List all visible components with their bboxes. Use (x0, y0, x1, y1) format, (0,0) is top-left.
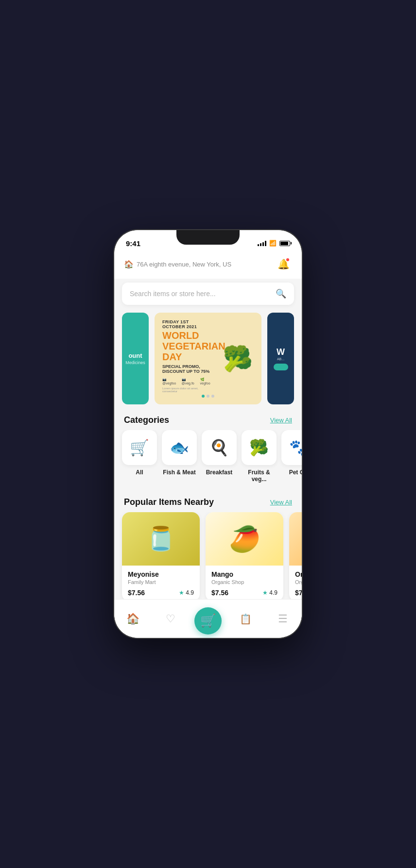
search-placeholder: Search items or store here... (130, 290, 216, 298)
categories-view-all[interactable]: View All (270, 417, 292, 424)
product-rating-mango: ★ 4.9 (262, 589, 277, 596)
category-breakfast-image: 🍳 (202, 430, 237, 465)
social-item-1: 📷 @vegfoo (162, 378, 178, 385)
product-card-mango[interactable]: 🥭 Mango Organic Shop $7.56 ★ 4.9 (206, 512, 283, 599)
banner-left[interactable]: ount Medicines (122, 313, 149, 404)
product-info-orange: Oran... Organi... $7.56 ★ 4.9 (289, 566, 302, 599)
product-rating-mayo: ★ 4.9 (179, 589, 194, 596)
product-store-orange: Organi... (295, 579, 302, 585)
banner-right-btn[interactable] (274, 364, 288, 370)
nav-item-menu[interactable]: ☰ (264, 613, 302, 625)
social-item-2: 📷 @veg.fo (182, 378, 196, 385)
popular-header: Popular Items Nearby View All (114, 490, 302, 512)
product-info-mango: Mango Organic Shop $7.56 ★ 4.9 (206, 566, 283, 599)
signal-icon (258, 240, 266, 246)
category-fish-meat-label: Fish & Meat (163, 469, 195, 476)
category-fish-meat-image: 🐟 (162, 430, 197, 465)
banner-right[interactable]: W AB... (267, 313, 294, 404)
category-pet[interactable]: 🐾 Pet C... (281, 430, 302, 483)
nav-item-wishlist[interactable]: ♡ (152, 613, 189, 625)
banner-main[interactable]: FRIDAY 1ST OCTOBER 2021 WORLDVEGETARIAND… (155, 313, 261, 404)
product-img-mango: 🥭 (206, 512, 283, 566)
nav-item-home[interactable]: 🏠 (114, 613, 152, 625)
product-price-mango: $7.56 (211, 589, 228, 597)
home-location-icon: 🏠 (124, 260, 134, 269)
orders-nav-icon: 📋 (240, 613, 252, 625)
battery-icon (279, 241, 290, 246)
home-nav-icon: 🏠 (126, 613, 139, 625)
banner-veggies-decoration: 🥦 (213, 313, 261, 404)
category-breakfast-label: Breakfast (206, 469, 233, 476)
product-bottom-mayo: $7.56 ★ 4.9 (128, 589, 194, 597)
menu-nav-icon: ☰ (278, 613, 288, 625)
category-fruits-veg[interactable]: 🥦 Fruits & veg... (242, 430, 277, 483)
product-name-orange: Oran... (295, 570, 302, 578)
main-scroll[interactable]: 🏠 76A eighth evenue, New York, US 🔔 Sear… (114, 251, 302, 599)
location-text: 76A eighth evenue, New York, US (137, 261, 231, 268)
star-icon-mango: ★ (262, 589, 268, 596)
rating-value-mayo: 4.9 (186, 589, 194, 596)
rating-value-mango: 4.9 (269, 589, 277, 596)
search-bar[interactable]: Search items or store here... 🔍 (122, 283, 294, 305)
category-all[interactable]: 🛒 All (122, 430, 157, 483)
product-store-mango: Organic Shop (211, 579, 277, 585)
product-name-mango: Mango (211, 570, 277, 578)
category-all-image: 🛒 (122, 430, 157, 465)
category-pet-image: 🐾 (281, 430, 302, 465)
product-img-mayo: 🫙 (122, 512, 200, 566)
product-bottom-mango: $7.56 ★ 4.9 (211, 589, 277, 597)
heart-nav-icon: ♡ (166, 613, 175, 625)
product-price-mayo: $7.56 (128, 589, 145, 597)
star-icon-mayo: ★ (179, 589, 184, 596)
popular-view-all[interactable]: View All (270, 499, 292, 506)
popular-title: Popular Items Nearby (124, 497, 214, 507)
categories-title: Categories (124, 415, 169, 425)
notch (176, 230, 240, 245)
product-card-orange[interactable]: 🍊 Oran... Organi... $7.56 ★ 4.9 (289, 512, 302, 599)
banner-left-sub: Medicines (125, 360, 145, 365)
status-icons: 📶 (258, 240, 290, 247)
social-item-3: 🌿 vegfoo (200, 378, 213, 385)
product-bottom-orange: $7.56 ★ 4.9 (295, 589, 302, 597)
banner-right-sub: AB... (277, 357, 284, 361)
banner-left-title: ount (128, 352, 142, 360)
product-name-mayo: Meyonise (128, 570, 194, 578)
bottom-nav: 🏠 ♡ 🛒 📋 ☰ (114, 599, 302, 638)
search-icon: 🔍 (276, 288, 286, 299)
banner-date: FRIDAY 1ST OCTOBER 2021 (162, 319, 212, 329)
nav-item-orders[interactable]: 📋 (227, 613, 264, 625)
product-price-orange: $7.56 (295, 589, 302, 597)
banner-container: ount Medicines FRIDAY 1ST OCTOBER 2021 W… (114, 309, 302, 408)
status-time: 9:41 (126, 239, 140, 248)
banner-social: 📷 @vegfoo 📷 @veg.fo 🌿 vegfoo (162, 378, 212, 385)
categories-row: 🛒 All 🐟 Fish & Meat 🍳 Breakfast 🥦 Fruits… (114, 430, 302, 490)
banner-right-title: W (277, 347, 285, 357)
product-img-orange: 🍊 (289, 512, 302, 566)
notification-button[interactable]: 🔔 (275, 255, 292, 273)
banner-dot-2 (207, 395, 209, 398)
category-breakfast[interactable]: 🍳 Breakfast (202, 430, 237, 483)
category-fish-meat[interactable]: 🐟 Fish & Meat (162, 430, 197, 483)
phone-screen: 9:41 📶 🏠 76A eighth evenue, Ne (114, 230, 302, 638)
category-fruits-veg-label: Fruits & veg... (242, 469, 277, 483)
category-pet-label: Pet C... (289, 469, 302, 476)
banner-footnote: Lorem ipsum dolor sit amet, consectetur (162, 387, 212, 393)
product-store-mayo: Family Mart (128, 579, 194, 585)
location-row: 🏠 76A eighth evenue, New York, US (124, 260, 231, 269)
notification-dot (285, 257, 290, 262)
category-fruits-veg-image: 🥦 (242, 430, 277, 465)
banner-dot-1 (202, 395, 205, 398)
phone-frame: 9:41 📶 🏠 76A eighth evenue, Ne (113, 229, 303, 639)
categories-header: Categories View All (114, 408, 302, 430)
popular-row: 🫙 Meyonise Family Mart $7.56 ★ 4.9 (114, 512, 302, 599)
banner-title: WORLDVEGETARIANDAY (162, 330, 212, 362)
cart-fab-button[interactable]: 🛒 (194, 607, 222, 634)
product-info-mayo: Meyonise Family Mart $7.56 ★ 4.9 (122, 566, 200, 599)
wifi-icon: 📶 (269, 240, 277, 247)
category-all-label: All (136, 469, 143, 476)
banner-subtitle: SPECIAL PROMO, DISCOUNT UP TO 75% (162, 364, 212, 374)
header: 🏠 76A eighth evenue, New York, US 🔔 (114, 251, 302, 279)
product-card-mayo[interactable]: 🫙 Meyonise Family Mart $7.56 ★ 4.9 (122, 512, 200, 599)
